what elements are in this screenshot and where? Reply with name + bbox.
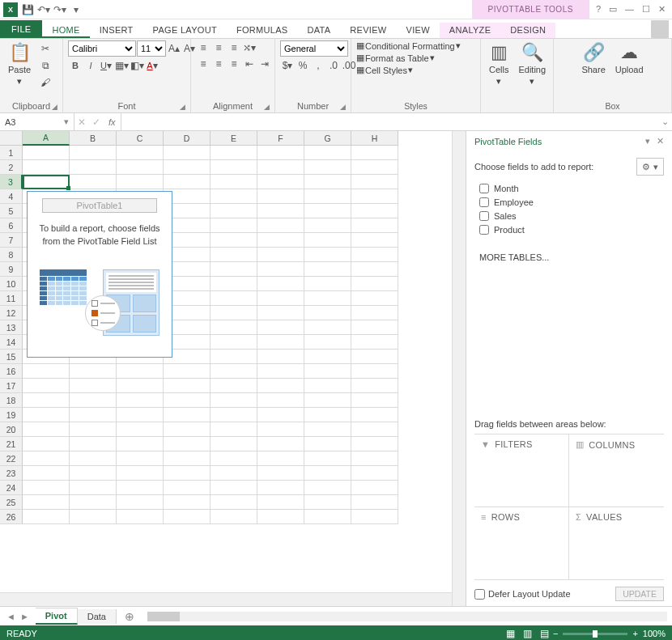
cell[interactable] — [351, 277, 398, 291]
row-header[interactable]: 3 — [0, 175, 23, 189]
pane-close-icon[interactable]: ✕ — [657, 136, 664, 146]
align-bottom-icon[interactable]: ≡ — [227, 40, 241, 55]
cell[interactable] — [211, 510, 257, 524]
cell[interactable] — [257, 262, 304, 277]
tab-formulas[interactable]: FORMULAS — [227, 23, 298, 38]
horizontal-scrollbar[interactable] — [0, 592, 452, 606]
cell[interactable] — [304, 350, 351, 364]
cell[interactable] — [351, 510, 398, 524]
cell[interactable] — [164, 451, 211, 466]
cell[interactable] — [351, 364, 398, 379]
dialog-launcher-icon[interactable]: ◢ — [180, 103, 185, 111]
font-name-select[interactable]: Calibri — [68, 40, 136, 57]
cell[interactable] — [23, 408, 70, 422]
cell[interactable] — [117, 437, 164, 451]
cell[interactable] — [211, 248, 257, 262]
area-rows[interactable]: ≡ROWS — [474, 507, 569, 580]
cell[interactable] — [164, 481, 211, 495]
cell[interactable] — [164, 175, 211, 189]
col-header-C[interactable]: C — [117, 131, 164, 146]
cell[interactable] — [117, 160, 164, 175]
cell[interactable] — [304, 364, 351, 379]
format-painter-icon[interactable]: 🖌 — [37, 74, 53, 91]
cell[interactable] — [164, 379, 211, 393]
cell[interactable] — [304, 160, 351, 175]
undo-icon[interactable]: ↶▾ — [37, 3, 50, 16]
cell[interactable] — [304, 277, 351, 291]
cell[interactable] — [351, 481, 398, 495]
row-header[interactable]: 11 — [0, 291, 23, 306]
cell[interactable] — [23, 393, 70, 408]
row-header[interactable]: 21 — [0, 437, 23, 451]
cell[interactable] — [351, 350, 398, 364]
cell[interactable] — [70, 466, 117, 481]
cell[interactable] — [211, 451, 257, 466]
cell[interactable] — [257, 233, 304, 248]
cell[interactable] — [211, 495, 257, 510]
row-header[interactable]: 13 — [0, 320, 23, 335]
name-box[interactable]: A3▾ — [0, 113, 74, 130]
cell[interactable] — [304, 233, 351, 248]
cell[interactable] — [257, 277, 304, 291]
row-header[interactable]: 5 — [0, 204, 23, 218]
row-header[interactable]: 10 — [0, 277, 23, 291]
update-button[interactable]: UPDATE — [615, 587, 664, 601]
row-header[interactable]: 20 — [0, 422, 23, 437]
cell[interactable] — [23, 495, 70, 510]
cell[interactable] — [257, 364, 304, 379]
cell[interactable] — [70, 175, 117, 189]
cell[interactable] — [351, 262, 398, 277]
row-header[interactable]: 22 — [0, 451, 23, 466]
cell[interactable] — [257, 204, 304, 218]
cell[interactable] — [70, 481, 117, 495]
cell[interactable] — [23, 175, 70, 189]
cell[interactable] — [211, 481, 257, 495]
cell[interactable] — [211, 262, 257, 277]
cell[interactable] — [304, 146, 351, 160]
cell[interactable] — [257, 189, 304, 204]
sheet-nav-prev-icon[interactable]: ◄ — [6, 612, 15, 621]
font-size-select[interactable]: 11 — [137, 40, 166, 57]
cell[interactable] — [351, 379, 398, 393]
cell[interactable] — [117, 408, 164, 422]
cell[interactable] — [164, 364, 211, 379]
row-header[interactable]: 1 — [0, 146, 23, 160]
cell[interactable] — [70, 146, 117, 160]
cell[interactable] — [211, 277, 257, 291]
cell[interactable] — [257, 160, 304, 175]
area-filters[interactable]: ▼FILTERS — [474, 434, 569, 507]
cell[interactable] — [164, 422, 211, 437]
cell[interactable] — [164, 146, 211, 160]
row-header[interactable]: 24 — [0, 481, 23, 495]
row-header[interactable]: 25 — [0, 495, 23, 510]
cell[interactable] — [117, 422, 164, 437]
cell[interactable] — [70, 510, 117, 524]
cell[interactable] — [211, 204, 257, 218]
field-sales[interactable]: Sales — [474, 211, 664, 221]
cell[interactable] — [70, 364, 117, 379]
cell[interactable] — [257, 335, 304, 350]
cell[interactable] — [117, 175, 164, 189]
cell[interactable] — [351, 437, 398, 451]
cell[interactable] — [304, 495, 351, 510]
cell[interactable] — [117, 146, 164, 160]
row-header[interactable]: 17 — [0, 379, 23, 393]
tab-data[interactable]: DATA — [297, 23, 340, 38]
cell[interactable] — [164, 393, 211, 408]
cell[interactable] — [257, 218, 304, 233]
row-header[interactable]: 9 — [0, 262, 23, 277]
cell[interactable] — [70, 160, 117, 175]
tab-review[interactable]: REVIEW — [340, 23, 396, 38]
cell[interactable] — [211, 466, 257, 481]
cell[interactable] — [211, 422, 257, 437]
cell[interactable] — [304, 291, 351, 306]
cell[interactable] — [257, 306, 304, 320]
cell[interactable] — [351, 175, 398, 189]
help-icon[interactable]: ? — [596, 4, 601, 15]
cell[interactable] — [257, 466, 304, 481]
cell[interactable] — [23, 437, 70, 451]
cell[interactable] — [257, 379, 304, 393]
cell[interactable] — [304, 335, 351, 350]
tab-pagelayout[interactable]: PAGE LAYOUT — [143, 23, 227, 38]
cell[interactable] — [257, 393, 304, 408]
